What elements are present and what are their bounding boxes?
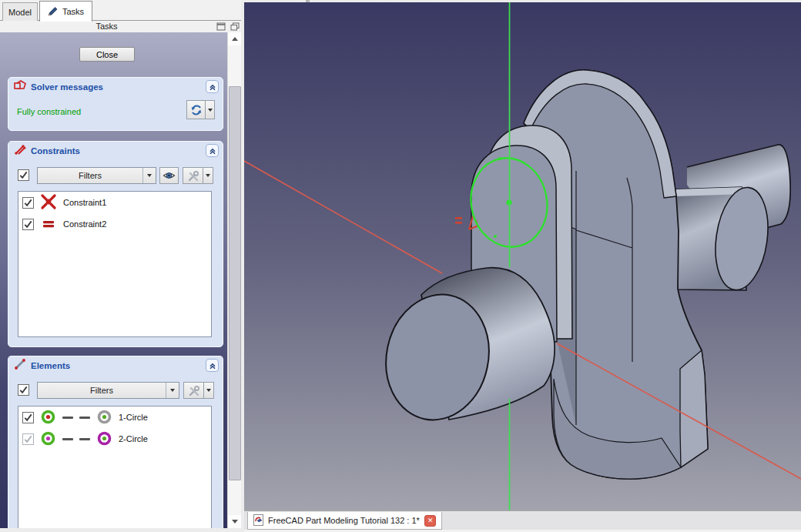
placeholder-dash: [79, 417, 90, 419]
refresh-solver-button[interactable]: [186, 100, 215, 119]
panel-tabbar: Model Tasks: [0, 0, 244, 21]
scroll-down-button[interactable]: [228, 515, 242, 528]
placeholder-dash: [62, 417, 73, 419]
constraint1-checkbox[interactable]: [22, 197, 34, 209]
3d-viewport[interactable]: [244, 0, 801, 510]
tab-tasks-label: Tasks: [62, 7, 84, 16]
solver-messages-section: Solver messages Fully constrained: [8, 77, 223, 131]
placeholder-dash: [79, 438, 90, 440]
close-button[interactable]: Close: [79, 47, 135, 62]
solver-messages-title: Solver messages: [31, 82, 103, 92]
float-icon[interactable]: [230, 22, 240, 31]
document-tab-close-button[interactable]: ✕: [424, 515, 436, 527]
placeholder-dash: [62, 438, 73, 440]
equal-constraint-icon: [40, 216, 57, 233]
elements-filter-dropdown-arrow: [166, 383, 179, 398]
constraint-row-1[interactable]: Constraint1: [18, 192, 211, 213]
scrollbar-thumb[interactable]: [229, 86, 241, 480]
elements-icon: [14, 359, 26, 372]
element1-sketch-circle-icon: [40, 409, 56, 427]
viewport-top-strip: [244, 0, 801, 2]
constraints-toolbar: Filters: [8, 167, 223, 184]
collapse-elements-button[interactable]: [206, 359, 219, 372]
refresh-dropdown-arrow[interactable]: [205, 100, 215, 119]
constraints-settings-button[interactable]: [183, 167, 213, 184]
constraints-title: Constraints: [31, 146, 80, 156]
solver-messages-header: Solver messages: [8, 78, 223, 95]
element1-checkbox[interactable]: [22, 412, 34, 423]
constraint1-label: Constraint1: [63, 198, 106, 207]
panel-scrollbar[interactable]: [227, 32, 241, 528]
freecad-window: Model Tasks Tasks Close Solver messages: [0, 0, 801, 532]
solver-status-text: Fully constrained: [17, 107, 81, 116]
element2-label: 2-Circle: [119, 434, 148, 443]
elements-settings-button[interactable]: [183, 382, 214, 399]
element2-sketch-circle-icon: [40, 430, 56, 448]
wrench-icon: [183, 167, 203, 184]
element-row-2[interactable]: 2-Circle: [18, 428, 211, 450]
collapse-solver-button[interactable]: [206, 80, 219, 93]
constraints-list: Constraint1 Constraint2: [18, 191, 212, 337]
panel-bottom-strip: [0, 528, 241, 532]
constraints-section: Constraints Filters: [8, 141, 223, 347]
dock-icon[interactable]: [216, 22, 226, 31]
tab-model[interactable]: Model: [2, 2, 38, 21]
constraints-select-all-checkbox[interactable]: [18, 169, 29, 181]
document-tab-title: FreeCAD Part Modeling Tutorial 132 : 1*: [268, 516, 420, 525]
3d-scene[interactable]: [244, 0, 801, 510]
elements-list: 1-Circle 2-Circle: [18, 406, 212, 529]
elements-settings-dropdown-arrow[interactable]: [203, 382, 214, 399]
constraints-icon: [14, 144, 26, 157]
constraint2-label: Constraint2: [63, 219, 106, 229]
coincident-constraint-icon: [40, 193, 57, 212]
elements-select-all-checkbox[interactable]: [18, 384, 29, 396]
elements-toolbar: Filters: [8, 382, 223, 399]
elements-header: Elements: [8, 356, 223, 374]
constraint2-checkbox[interactable]: [22, 219, 34, 230]
elements-filter-label: Filters: [38, 386, 166, 395]
element1-label: 1-Circle: [119, 413, 148, 422]
element-row-1[interactable]: 1-Circle: [18, 407, 211, 428]
constraints-filter-dropdown-arrow: [142, 168, 156, 183]
elements-section: Elements Filters: [8, 356, 223, 528]
tab-model-label: Model: [8, 8, 32, 17]
wrench-icon: [183, 382, 204, 399]
constraints-filter-combobox[interactable]: Filters: [37, 167, 156, 184]
solver-messages-icon: [14, 80, 26, 93]
tab-tasks[interactable]: Tasks: [39, 1, 92, 22]
element1-geometry-circle-icon: [96, 409, 112, 427]
element2-checkbox[interactable]: [22, 433, 34, 445]
tasks-panel: Close Solver messages Fully constrained: [0, 32, 227, 528]
elements-title: Elements: [31, 361, 70, 370]
elements-filter-combobox[interactable]: Filters: [37, 382, 179, 399]
constraints-header: Constraints: [8, 142, 223, 159]
scroll-up-button[interactable]: [228, 32, 242, 45]
constraints-filter-label: Filters: [38, 171, 142, 180]
document-tab[interactable]: FreeCAD Part Modeling Tutorial 132 : 1* …: [247, 512, 442, 530]
constraints-settings-dropdown-arrow[interactable]: [203, 167, 213, 184]
panel-title: Tasks: [0, 22, 213, 31]
collapse-constraints-button[interactable]: [206, 144, 219, 157]
panel-titlebar: Tasks: [0, 21, 244, 32]
constraint-row-2[interactable]: Constraint2: [18, 213, 211, 235]
refresh-icon: [186, 100, 206, 119]
splitter-grip[interactable]: [306, 0, 310, 2]
pencil-icon: [48, 6, 59, 18]
freecad-document-icon: [253, 514, 263, 527]
element2-geometry-circle-icon: [96, 430, 112, 448]
show-constraints-eye-button[interactable]: [159, 167, 179, 184]
document-tabbar: FreeCAD Part Modeling Tutorial 132 : 1* …: [244, 510, 801, 532]
